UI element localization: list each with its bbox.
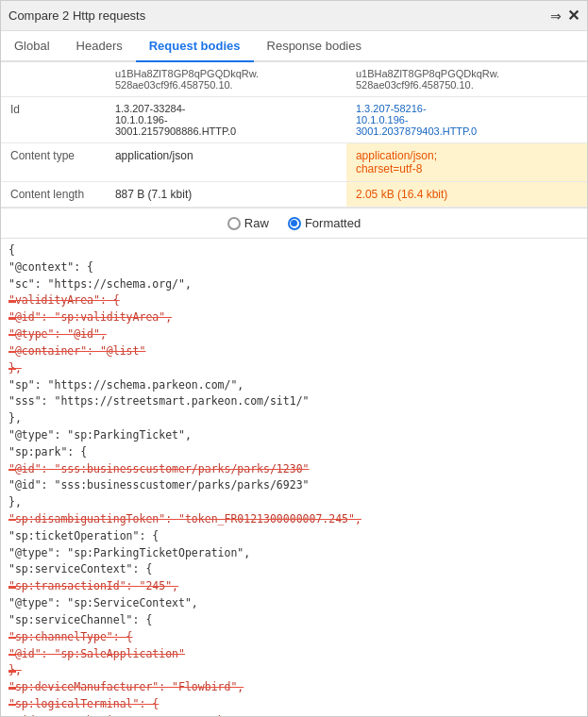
code-line: "sc": "https://schema.org/", bbox=[8, 276, 587, 293]
code-line: "@id": "sss:businesscustomer/parks/asset… bbox=[8, 713, 587, 716]
tab-response-bodies[interactable]: Response bodies bbox=[254, 31, 375, 62]
code-line: "@id": "sp:SaleApplication" bbox=[8, 646, 587, 663]
table-row: Id 1.3.207-33284-10.1.0.196-3001.2157908… bbox=[1, 97, 587, 143]
pin-icon[interactable]: ⇒ bbox=[550, 8, 562, 24]
title-bar: Compare 2 Http requests ⇒ ✕ bbox=[1, 1, 587, 31]
code-line: "@type": "sp:ParkingTicketOperation", bbox=[8, 545, 587, 562]
code-line: "sp:disambiguatingToken": "token_FR01213… bbox=[8, 511, 587, 528]
code-line: "validityArea": { bbox=[8, 292, 587, 309]
table-row: Content length 887 B (7.1 kbit) 2.05 kB … bbox=[1, 182, 587, 208]
code-line: "@context": { bbox=[8, 259, 587, 276]
code-line: }, bbox=[8, 662, 587, 679]
row-col1: u1BHa8ZlT8GP8qPGQDkqRw.528ae03cf9f6.4587… bbox=[106, 62, 346, 97]
close-icon[interactable]: ✕ bbox=[567, 7, 580, 25]
formatted-radio-btn[interactable] bbox=[288, 217, 301, 230]
code-line: "@id": "sss:businesscustomer/parks/parks… bbox=[8, 477, 587, 494]
code-line: "sp:ticketOperation": { bbox=[8, 528, 587, 545]
tabs-bar: Global Headers Request bodies Response b… bbox=[1, 31, 587, 62]
formatted-radio-option[interactable]: Formatted bbox=[288, 216, 361, 230]
code-line: "sp:serviceContext": { bbox=[8, 561, 587, 578]
compare-window: Compare 2 Http requests ⇒ ✕ Global Heade… bbox=[0, 0, 588, 717]
formatted-label: Formatted bbox=[305, 216, 361, 230]
code-diff-view[interactable]: { "@context": { "sc": "https://schema.or… bbox=[1, 239, 587, 716]
code-line: "sp": "https://schema.parkeon.com/", bbox=[8, 377, 587, 394]
code-line: "sp:park": { bbox=[8, 444, 587, 461]
code-line: "sp:logicalTerminal": { bbox=[8, 696, 587, 713]
code-line: "@type": "@id", bbox=[8, 326, 587, 343]
code-line: "sss": "https://streetsmart.parkeon.com/… bbox=[8, 393, 587, 410]
comparison-table: u1BHa8ZlT8GP8qPGQDkqRw.528ae03cf9f6.4587… bbox=[1, 62, 587, 208]
row-col1: 1.3.207-33284-10.1.0.196-3001.2157908886… bbox=[106, 97, 346, 143]
raw-radio-btn[interactable] bbox=[227, 217, 241, 230]
row-col1: application/json bbox=[106, 143, 346, 182]
row-col2: u1BHa8ZlT8GP8qPGQDkqRw.528ae03cf9f6.4587… bbox=[346, 62, 587, 97]
code-line: "sp:channelType": { bbox=[8, 629, 587, 646]
window-title: Compare 2 Http requests bbox=[8, 8, 145, 23]
tab-global[interactable]: Global bbox=[1, 31, 63, 62]
row-key: Content length bbox=[1, 182, 106, 208]
row-key: Id bbox=[1, 97, 106, 143]
title-icons: ⇒ ✕ bbox=[550, 7, 580, 25]
code-line: { bbox=[8, 242, 587, 259]
code-line: }, bbox=[8, 494, 587, 511]
row-key bbox=[1, 62, 106, 97]
row-col2: application/json;charset=utf-8 bbox=[346, 143, 587, 182]
table-row: u1BHa8ZlT8GP8qPGQDkqRw.528ae03cf9f6.4587… bbox=[1, 62, 587, 97]
code-line: "sp:transactionId": "245", bbox=[8, 578, 587, 595]
table-row: Content type application/json applicatio… bbox=[1, 143, 587, 182]
row-col1: 887 B (7.1 kbit) bbox=[106, 182, 346, 208]
code-line: "sp:deviceManufacturer": "Flowbird", bbox=[8, 679, 587, 696]
code-line: "@id": "sss:businesscustomer/parks/parks… bbox=[8, 461, 587, 478]
row-col2: 2.05 kB (16.4 kbit) bbox=[346, 182, 587, 208]
raw-radio-option[interactable]: Raw bbox=[227, 216, 269, 230]
row-key: Content type bbox=[1, 143, 106, 182]
row-col2: 1.3.207-58216-10.1.0.196-3001.2037879403… bbox=[346, 97, 587, 143]
raw-label: Raw bbox=[244, 216, 269, 230]
code-line: "sp:serviceChannel": { bbox=[8, 612, 587, 629]
tab-headers[interactable]: Headers bbox=[63, 31, 136, 62]
tab-request-bodies[interactable]: Request bodies bbox=[136, 31, 254, 62]
code-line: "@type": "sp:ServiceContext", bbox=[8, 595, 587, 612]
view-mode-selector: Raw Formatted bbox=[1, 208, 587, 239]
code-line: }, bbox=[8, 410, 587, 427]
code-line: "@container": "@list" bbox=[8, 343, 587, 360]
code-line: "@id": "sp:validityArea", bbox=[8, 309, 587, 326]
code-line: "@type": "sp:ParkingTicket", bbox=[8, 427, 587, 444]
code-line: }, bbox=[8, 360, 587, 377]
